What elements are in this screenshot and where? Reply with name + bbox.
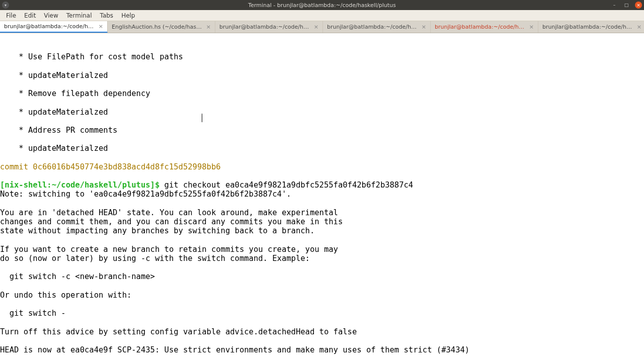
close-icon[interactable]: × [99, 23, 103, 30]
menu-view[interactable]: View [40, 11, 62, 20]
close-icon[interactable]: × [422, 24, 426, 30]
tab-label: brunjlar@batlambda:~/code/haskel... [4, 23, 96, 30]
tab-label: brunjlar@batlambda:~/code/haskell... [542, 24, 634, 30]
window-title: Terminal - brunjlar@batlambda:~/code/has… [248, 2, 395, 9]
terminal-tab[interactable]: brunjlar@batlambda:~/code/haskell... × [323, 21, 431, 33]
menu-terminal[interactable]: Terminal [62, 11, 96, 20]
terminal-tab[interactable]: brunjlar@batlambda:~/code/haskell... × [431, 21, 538, 33]
tab-label: brunjlar@batlambda:~/code/haskell... [219, 24, 311, 30]
minimize-button[interactable]: – [611, 2, 618, 9]
menu-edit[interactable]: Edit [20, 11, 40, 20]
close-icon[interactable]: × [637, 24, 641, 30]
terminal-tab[interactable]: brunjlar@batlambda:~/code/haskel... × [0, 21, 108, 33]
menu-file[interactable]: File [2, 11, 20, 20]
terminal-output[interactable]: * Use FilePath for cost model paths * up… [0, 33, 644, 362]
tab-label: brunjlar@batlambda:~/code/haskell... [327, 24, 419, 30]
close-button[interactable]: × [635, 2, 642, 9]
window-titlebar: ▾ Terminal - brunjlar@batlambda:~/code/h… [0, 0, 644, 10]
tab-bar: brunjlar@batlambda:~/code/haskel... × En… [0, 21, 644, 33]
terminal-tab[interactable]: brunjlar@batlambda:~/code/haskell... × [215, 21, 323, 33]
shell-command: git checkout ea0ca4e9f9821a9dbfc5255fa0f… [159, 180, 413, 190]
close-icon[interactable]: × [314, 24, 318, 30]
app-icon: ▾ [2, 2, 9, 9]
tab-label: EnglishAuction.hs (~/code/haskell/p... [112, 24, 203, 30]
commit-hash-line: commit 0c66016b450774e3bd838acd4d8fc15d5… [0, 162, 221, 171]
text-caret [202, 114, 202, 122]
menu-help[interactable]: Help [117, 11, 139, 20]
menubar: File Edit View Terminal Tabs Help [0, 10, 644, 21]
git-output: Note: switching to 'ea0ca4e9f9821a9dbfc5… [0, 190, 469, 354]
terminal-tab[interactable]: brunjlar@batlambda:~/code/haskell... × [538, 21, 644, 33]
maximize-button[interactable]: □ [623, 2, 630, 9]
close-icon[interactable]: × [529, 24, 534, 30]
close-icon[interactable]: × [206, 24, 211, 30]
terminal-tab[interactable]: EnglishAuction.hs (~/code/haskell/p... × [108, 21, 215, 33]
git-log-lines: * Use FilePath for cost model paths * up… [0, 52, 183, 153]
shell-prompt: [nix-shell:~/code/haskell/plutus]$ [0, 180, 159, 190]
menu-tabs[interactable]: Tabs [96, 11, 118, 20]
tab-label: brunjlar@batlambda:~/code/haskell... [435, 24, 526, 30]
